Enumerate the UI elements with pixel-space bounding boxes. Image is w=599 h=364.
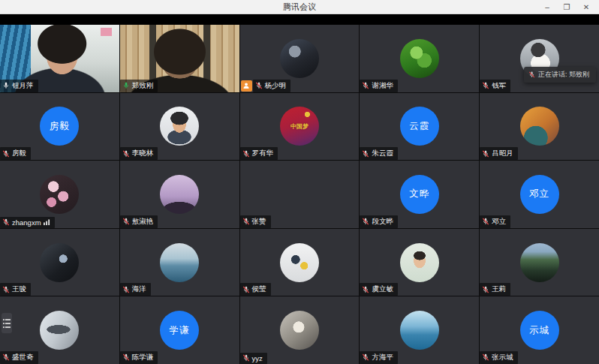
participant-avatar: 邓立 — [520, 175, 559, 214]
mic-icon — [122, 218, 130, 225]
participant-avatar — [280, 175, 319, 214]
participant-name: 段文晔 — [372, 217, 393, 227]
participant-name: 李晓林 — [132, 149, 154, 158]
participant-name-bar: 房毅 — [0, 147, 31, 160]
window-controls: – ❐ ✕ — [537, 0, 596, 14]
participant-name-bar: yyz — [240, 353, 267, 364]
participant-avatar: 云霞 — [400, 107, 439, 146]
minimize-button[interactable]: – — [537, 0, 557, 14]
close-button[interactable]: ✕ — [576, 0, 596, 14]
participant-tile[interactable]: 谢湘华 — [360, 25, 479, 92]
participant-tile[interactable]: 学谦 陈学谦 — [120, 296, 239, 364]
mic-icon — [482, 286, 489, 293]
participant-tile[interactable]: 中国梦 罗有华 — [240, 93, 360, 161]
network-signal-icon — [44, 219, 50, 225]
participant-tile[interactable]: 方海平 — [360, 296, 479, 364]
participant-tile[interactable]: 李晓林 — [120, 93, 239, 161]
participant-avatar: 文晔 — [400, 175, 439, 214]
participant-name-bar: 钮月萍 — [0, 80, 38, 92]
participant-tile[interactable]: 敖淑艳 — [120, 161, 239, 228]
mic-icon — [482, 150, 489, 158]
mic-icon — [122, 150, 130, 158]
participant-tile[interactable]: 示城 张示城 — [480, 296, 599, 364]
participant-tile[interactable]: 盛世奇 — [0, 296, 119, 364]
participant-name: 陈学谦 — [132, 353, 154, 362]
participant-name-bar: 张赞 — [240, 215, 271, 228]
participant-tile[interactable]: 海洋 — [120, 229, 239, 296]
participant-name: 罗有华 — [252, 149, 274, 158]
participant-tile[interactable]: 张赞 — [240, 161, 360, 228]
participant-avatar — [400, 39, 439, 78]
participant-avatar: 房毅 — [40, 107, 79, 146]
participant-name: zhangxm — [12, 218, 41, 227]
active-speaker-toast: 正在讲话: 郑致刚 — [524, 67, 596, 83]
participant-avatar — [160, 175, 199, 214]
participant-tile[interactable]: 云霞 朱云霞 — [360, 93, 479, 161]
participant-name: 谢湘华 — [372, 81, 393, 91]
participant-tile[interactable]: 文晔 段文晔 — [360, 161, 479, 228]
participant-name: 邓立 — [492, 217, 506, 227]
participant-avatar — [520, 107, 559, 146]
participant-tile[interactable]: 侯莹 — [240, 229, 360, 296]
participant-tile[interactable]: 虞立敏 — [360, 229, 479, 296]
participant-name: 敖淑艳 — [132, 217, 154, 227]
layout-switch-button[interactable] — [2, 313, 12, 333]
participant-tile[interactable]: 郑致刚 — [120, 25, 239, 92]
participant-name: 郑致刚 — [132, 81, 154, 91]
participant-avatar — [400, 311, 439, 350]
layout-switch-icon — [3, 319, 11, 320]
meeting-main: 钮月萍 郑致刚 — [0, 14, 599, 364]
participant-name: 杨少明 — [265, 81, 287, 91]
participant-name-bar: 王莉 — [480, 283, 510, 296]
mic-icon — [2, 286, 10, 293]
participant-name: 侯莹 — [252, 284, 266, 294]
maximize-button[interactable]: ❐ — [557, 0, 576, 14]
participant-tile[interactable]: 钮月萍 — [0, 25, 119, 92]
participant-name: 虞立敏 — [372, 284, 393, 294]
participant-avatar — [400, 243, 439, 282]
mic-icon — [122, 353, 130, 361]
participant-tile[interactable]: 王莉 — [480, 229, 599, 296]
participant-name-bar: 吕昭月 — [480, 147, 518, 160]
participant-avatar — [280, 243, 319, 282]
titlebar: 腾讯会议 – ❐ ✕ — [0, 0, 599, 14]
participant-name-bar: 谢湘华 — [360, 80, 398, 92]
participant-grid: 钮月萍 郑致刚 — [0, 25, 599, 364]
participant-name-bar: 方海平 — [360, 351, 398, 364]
mic-icon — [242, 218, 250, 225]
mic-icon — [122, 82, 130, 89]
participant-tile[interactable]: 房毅 房毅 — [0, 93, 119, 161]
participant-name-bar: 海洋 — [120, 283, 151, 296]
participant-tile[interactable]: 杨少明 — [240, 25, 360, 92]
mic-icon — [2, 82, 10, 89]
participant-avatar — [520, 243, 559, 282]
participant-tile[interactable]: 王骏 — [0, 229, 119, 296]
participant-name-bar: 朱云霞 — [360, 147, 398, 160]
mic-icon — [2, 150, 10, 158]
participant-name-bar: 郑致刚 — [120, 80, 158, 92]
participant-name-bar: 盛世奇 — [0, 351, 38, 364]
participant-tile[interactable]: 吕昭月 — [480, 93, 599, 161]
mic-icon — [2, 218, 10, 226]
participant-tile[interactable]: 邓立 邓立 — [480, 161, 599, 228]
participant-avatar — [40, 311, 79, 350]
participant-avatar: 示城 — [520, 311, 559, 350]
mic-icon — [242, 354, 250, 362]
participant-name-bar: 陈学谦 — [120, 351, 158, 364]
participant-name: 方海平 — [372, 353, 393, 362]
participant-name-bar: 李晓林 — [120, 147, 158, 160]
mic-icon — [242, 286, 250, 293]
participant-tile[interactable]: yyz — [240, 296, 360, 364]
participant-name: 盛世奇 — [12, 353, 34, 362]
mic-icon — [362, 150, 369, 158]
participant-tile[interactable]: zhangxm — [0, 161, 119, 228]
mic-icon — [362, 286, 369, 293]
host-badge-icon — [241, 80, 252, 92]
active-speaker-label: 正在讲话: 郑致刚 — [538, 70, 589, 80]
participant-name-bar: 敖淑艳 — [120, 215, 158, 228]
mic-icon — [362, 82, 369, 89]
mic-icon — [242, 150, 250, 158]
participant-name: 房毅 — [12, 149, 26, 158]
participant-name-bar: 杨少明 — [253, 80, 291, 92]
participant-name-bar: 罗有华 — [240, 147, 278, 160]
